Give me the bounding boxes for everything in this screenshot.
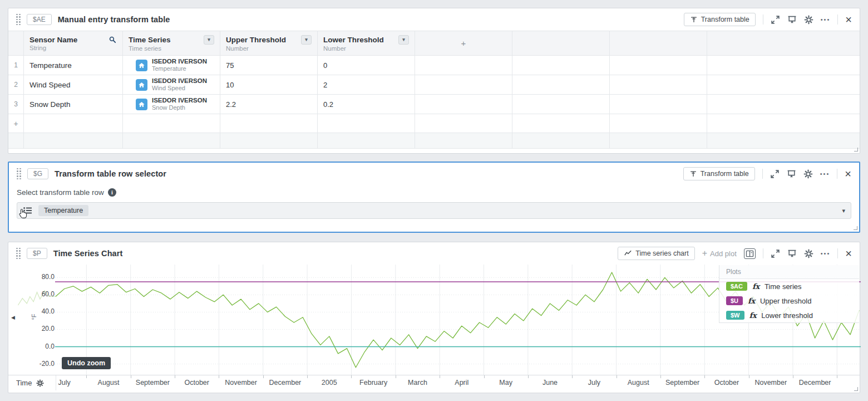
x-axis-tick-label: November <box>754 379 787 387</box>
present-icon[interactable] <box>787 169 796 179</box>
maximize-icon[interactable] <box>771 249 780 258</box>
x-axis-tick <box>484 375 485 378</box>
collapse-axis-icon[interactable]: ◀ <box>11 315 15 320</box>
table-row: 3 Snow Depth ISEDOR IVERSONSnow Depth 2.… <box>8 95 860 114</box>
more-options-icon[interactable]: ••• <box>821 250 831 257</box>
cell-lower-threshold[interactable]: 0 <box>318 56 415 75</box>
x-axis-tick <box>749 375 749 378</box>
toolbar-divider <box>762 169 763 179</box>
transform-table-button[interactable]: Transform table <box>684 13 756 26</box>
plots-legend: Plots $AC fx Time series $U fx Upper thr… <box>719 265 859 323</box>
empty-cell[interactable] <box>610 56 707 75</box>
x-axis-tick <box>660 375 661 378</box>
close-icon[interactable]: × <box>845 250 852 257</box>
info-icon[interactable]: i <box>108 188 116 197</box>
resize-handle[interactable] <box>854 226 857 230</box>
time-axis-bar: Time JulyAugustSeptemberOctoberNovemberD… <box>8 375 860 390</box>
more-options-icon[interactable]: ••• <box>820 170 830 177</box>
cell-upper-threshold[interactable]: 10 <box>220 75 318 94</box>
asset-home-icon <box>136 60 147 71</box>
legend-item-lower-threshold[interactable]: $W fx Lower threshold <box>719 308 859 322</box>
x-axis-tick-label: September <box>136 379 170 387</box>
corner-cell <box>8 31 24 55</box>
resize-handle[interactable] <box>854 387 858 391</box>
close-icon[interactable]: × <box>845 170 851 178</box>
empty-cell <box>512 133 610 148</box>
column-header-lower-threshold[interactable]: Lower Threshold ▾ Number <box>318 31 415 55</box>
column-menu-icon[interactable]: ▾ <box>204 35 214 45</box>
empty-cell <box>220 114 318 133</box>
asset-home-icon <box>136 99 147 110</box>
cell-sensor-name[interactable]: Snow Depth <box>24 95 123 114</box>
toggle-legend-panel-icon[interactable] <box>744 248 756 259</box>
selected-row-chip[interactable]: Temperature <box>38 205 88 216</box>
cell-time-series[interactable]: ISEDOR IVERSONSnow Depth <box>123 95 220 114</box>
empty-cell[interactable] <box>415 95 512 114</box>
x-axis-tick <box>837 375 837 378</box>
x-axis-tick <box>396 375 396 378</box>
empty-cell[interactable] <box>610 95 707 114</box>
x-axis-labels: JulyAugustSeptemberOctoberNovemberDecemb… <box>8 375 860 390</box>
panel-header: $G Transform table row selector Transfor… <box>9 163 859 185</box>
legend-item-time-series[interactable]: $AC fx Time series <box>719 279 859 294</box>
legend-item-upper-threshold[interactable]: $U fx Upper threshold <box>719 294 859 308</box>
cell-time-series[interactable]: ISEDOR IVERSONTemperature <box>123 56 220 75</box>
empty-cell <box>318 133 415 148</box>
drag-handle-icon[interactable] <box>16 14 21 26</box>
plot-id-badge: $AC <box>726 282 747 291</box>
chart-plot-area[interactable]: ◀ °F Plots $AC fx Time series $U fx Uppe… <box>8 265 860 375</box>
empty-cell <box>24 133 123 148</box>
maximize-icon[interactable] <box>771 15 780 25</box>
gear-icon[interactable] <box>803 169 813 179</box>
legend-label: Time series <box>765 282 802 291</box>
chart-type-button[interactable]: Time series chart <box>618 247 694 260</box>
empty-cell[interactable] <box>512 56 610 75</box>
row-select-dropdown[interactable]: Temperature ▾ <box>17 202 851 219</box>
column-header-upper-threshold[interactable]: Upper Threshold ▾ Number <box>220 31 318 55</box>
drag-handle-icon[interactable] <box>16 248 21 260</box>
empty-cell[interactable] <box>610 75 707 94</box>
column-menu-icon[interactable]: ▾ <box>301 35 312 45</box>
close-icon[interactable]: × <box>845 16 852 23</box>
present-icon[interactable] <box>787 15 797 25</box>
toolbar-divider <box>837 169 837 179</box>
column-header-time-series[interactable]: Time Series ▾ Time series <box>123 31 220 55</box>
undo-zoom-button[interactable]: Undo zoom <box>62 357 111 369</box>
panel-id-badge: $P <box>27 248 47 259</box>
transform-funnel-icon <box>690 16 698 23</box>
search-icon[interactable] <box>108 36 117 44</box>
add-row-button[interactable]: + <box>8 114 24 133</box>
empty-cell[interactable] <box>415 75 512 94</box>
cell-upper-threshold[interactable]: 75 <box>220 56 318 75</box>
empty-cell[interactable] <box>512 95 610 114</box>
x-axis-tick <box>440 375 440 378</box>
column-header-sensor-name[interactable]: Sensor Name String <box>24 31 123 55</box>
cell-lower-threshold[interactable]: 2 <box>318 75 415 94</box>
cell-sensor-name[interactable]: Wind Speed <box>24 75 123 94</box>
panel-time-series-chart: $P Time Series Chart Time series chart +… <box>8 242 860 393</box>
select-row-label: Select transform table row <box>17 188 104 197</box>
resize-handle[interactable] <box>854 148 858 151</box>
y-axis-tick-label: -20.0 <box>16 360 55 368</box>
x-axis-tick <box>263 375 264 378</box>
cell-sensor-name[interactable]: Temperature <box>24 56 123 75</box>
drag-handle-icon[interactable] <box>17 168 21 180</box>
empty-cell[interactable] <box>415 56 512 75</box>
maximize-icon[interactable] <box>770 169 780 179</box>
cell-time-series[interactable]: ISEDOR IVERSONWind Speed <box>123 75 220 94</box>
legend-label: Lower threshold <box>761 311 813 320</box>
asset-home-icon <box>136 79 147 91</box>
gear-icon[interactable] <box>804 15 813 25</box>
more-options-icon[interactable]: ••• <box>821 16 831 23</box>
cell-lower-threshold[interactable]: 0.2 <box>318 95 415 114</box>
add-column-button[interactable]: + <box>415 31 512 55</box>
add-plot-button[interactable]: + Add plot <box>702 248 737 258</box>
line-chart-icon <box>624 250 632 257</box>
empty-cell[interactable] <box>512 75 610 94</box>
x-axis-tick-label: July <box>58 379 71 387</box>
column-menu-icon[interactable]: ▾ <box>398 35 409 45</box>
transform-table-button[interactable]: Transform table <box>683 167 755 180</box>
cell-upper-threshold[interactable]: 2.2 <box>220 95 318 114</box>
present-icon[interactable] <box>787 249 797 258</box>
gear-icon[interactable] <box>804 249 813 258</box>
